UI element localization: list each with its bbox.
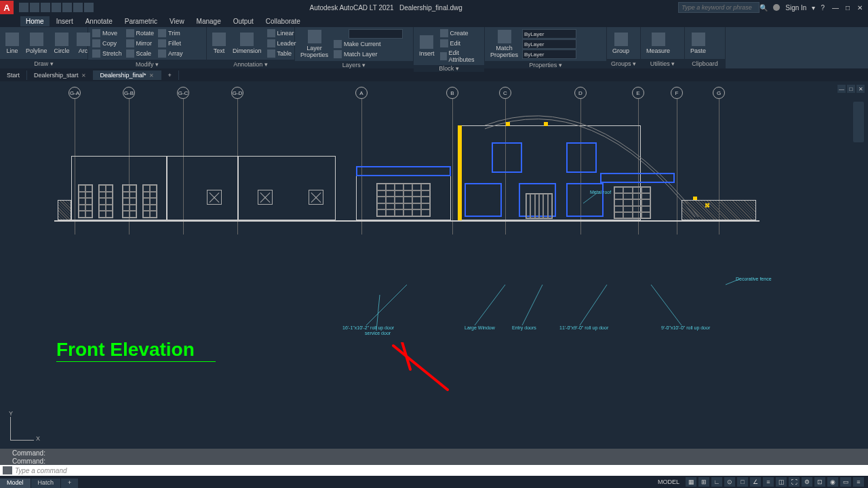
ribbon-tab-insert[interactable]: Insert (51, 16, 79, 26)
rotate-button[interactable]: Rotate (125, 28, 156, 38)
new-tab-button[interactable]: + (161, 70, 179, 80)
search-icon[interactable]: 🔍 (760, 4, 768, 12)
scale-button[interactable]: Scale (125, 49, 156, 58)
navigation-bar[interactable] (853, 102, 864, 142)
ortho-toggle[interactable]: ∟ (711, 477, 722, 487)
redo-icon[interactable] (84, 3, 94, 12)
panel-label[interactable]: Groups ▾ (607, 59, 640, 68)
transparency-toggle[interactable]: ◫ (776, 477, 787, 487)
ribbon-tab-collaborate[interactable]: Collaborate (260, 16, 306, 26)
match-layer-button[interactable]: Match Layer (332, 49, 410, 59)
minimize-button[interactable]: — (830, 3, 841, 12)
viewport-close[interactable]: ✕ (856, 85, 865, 93)
group-button[interactable]: Group (610, 31, 632, 56)
mirror-button[interactable]: Mirror (125, 39, 156, 48)
table-button[interactable]: Table (266, 49, 298, 58)
file-tab[interactable]: Dealership_start✕ (27, 70, 94, 80)
save-icon[interactable] (41, 3, 50, 12)
saveas-icon[interactable] (52, 3, 61, 12)
model-space-button[interactable]: MODEL (658, 479, 679, 485)
dimension-button[interactable]: Dimension (230, 31, 264, 56)
create-block-button[interactable]: Create (439, 28, 481, 38)
make-current-button[interactable]: Make Current (332, 39, 410, 49)
grid-toggle[interactable]: ▦ (686, 477, 696, 487)
help-icon[interactable]: ? (821, 4, 825, 12)
linear-button[interactable]: Linear (266, 28, 298, 38)
polyline-button[interactable]: Polyline (23, 31, 50, 56)
hardware-accel[interactable]: ◉ (827, 477, 838, 487)
circle-button[interactable]: Circle (52, 31, 73, 56)
maximize-button[interactable]: □ (842, 3, 853, 12)
move-button[interactable]: Move (91, 28, 123, 38)
ribbon-tab-view[interactable]: View (164, 16, 190, 26)
fillet-button[interactable]: Fillet (157, 39, 184, 48)
color-dropdown[interactable]: ByLayer (522, 29, 576, 39)
layer-tool-icon[interactable] (336, 29, 339, 39)
layer-tool-icon[interactable] (340, 29, 343, 39)
linetype-dropdown[interactable]: ByLayer (522, 49, 576, 59)
osnap-toggle[interactable]: □ (737, 477, 748, 487)
command-prompt-icon (3, 466, 12, 474)
open-icon[interactable] (30, 3, 39, 12)
array-button[interactable]: Array (157, 49, 184, 58)
panel-label[interactable]: Draw ▾ (0, 59, 87, 68)
file-tab[interactable]: Start (0, 70, 27, 80)
otrack-toggle[interactable]: ∠ (750, 477, 761, 487)
snap-toggle[interactable]: ⊞ (698, 477, 709, 487)
quick-access-toolbar (16, 3, 94, 12)
viewport-maximize[interactable]: □ (847, 85, 855, 93)
layer-dropdown[interactable] (349, 29, 403, 39)
viewport-minimize[interactable]: — (837, 85, 846, 93)
model-tab[interactable]: Model (0, 479, 31, 488)
line-button[interactable]: Line (3, 31, 22, 56)
layer-tool-icon[interactable] (344, 29, 347, 39)
leader-button[interactable]: Leader (266, 39, 298, 48)
customization[interactable]: ≡ (853, 477, 864, 487)
ribbon-tab-manage[interactable]: Manage (191, 16, 226, 26)
ribbon-tab-annotate[interactable]: Annotate (80, 16, 118, 26)
close-tab-icon[interactable]: ✕ (149, 73, 154, 79)
command-input[interactable]: Type a command (0, 465, 868, 476)
add-layout-tab[interactable]: + (61, 479, 79, 488)
isolate-objects[interactable]: ⊡ (814, 477, 825, 487)
panel-label[interactable]: Layers ▾ (295, 61, 413, 68)
annotation-scale[interactable]: ⛶ (789, 477, 800, 487)
clean-screen[interactable]: ▭ (840, 477, 851, 487)
plot-icon[interactable] (62, 3, 72, 12)
polar-toggle[interactable]: ⊙ (724, 477, 735, 487)
app-menu-icon[interactable]: ▾ (812, 4, 815, 12)
paste-button[interactable]: Paste (688, 31, 709, 56)
insert-button[interactable]: Insert (416, 34, 437, 58)
app-logo[interactable]: A (0, 1, 14, 14)
lineweight-dropdown[interactable]: ByLayer (522, 39, 576, 49)
panel-label[interactable]: Utilities ▾ (641, 59, 684, 68)
lineweight-toggle[interactable]: ≡ (763, 477, 774, 487)
help-search-input[interactable] (678, 2, 760, 13)
panel-label[interactable]: Properties ▾ (485, 61, 606, 68)
panel-label[interactable]: Annotation ▾ (207, 60, 294, 68)
close-button[interactable]: ✕ (854, 3, 865, 12)
edit-block-button[interactable]: Edit (439, 39, 481, 48)
panel-label[interactable]: Block ▾ (414, 65, 484, 72)
ribbon-tab-home[interactable]: Home (20, 16, 50, 26)
ribbon-tab-parametric[interactable]: Parametric (119, 16, 163, 26)
trim-button[interactable]: Trim (157, 28, 184, 38)
hatch-tab[interactable]: Hatch (31, 479, 62, 488)
measure-button[interactable]: Measure (644, 31, 673, 56)
new-icon[interactable] (19, 3, 28, 12)
panel-label[interactable]: Modify ▾ (88, 60, 206, 68)
layer-tool-icon[interactable] (332, 29, 335, 39)
text-button[interactable]: Text (210, 31, 229, 56)
layer-properties-button[interactable]: Layer Properties (298, 28, 331, 60)
close-tab-icon[interactable]: ✕ (81, 73, 86, 79)
undo-icon[interactable] (73, 3, 83, 12)
match-properties-button[interactable]: Match Properties (488, 28, 521, 60)
callout-decorative: Decorative fence (736, 277, 772, 281)
signin-link[interactable]: Sign In (785, 4, 806, 12)
ribbon-tab-output[interactable]: Output (228, 16, 259, 26)
file-tab[interactable]: Dealership_final*✕ (94, 70, 161, 80)
copy-button[interactable]: Copy (91, 39, 123, 48)
workspace-switch[interactable]: ⚙ (802, 477, 812, 487)
edit-attributes-button[interactable]: Edit Attributes (439, 49, 481, 64)
stretch-button[interactable]: Stretch (91, 49, 123, 58)
